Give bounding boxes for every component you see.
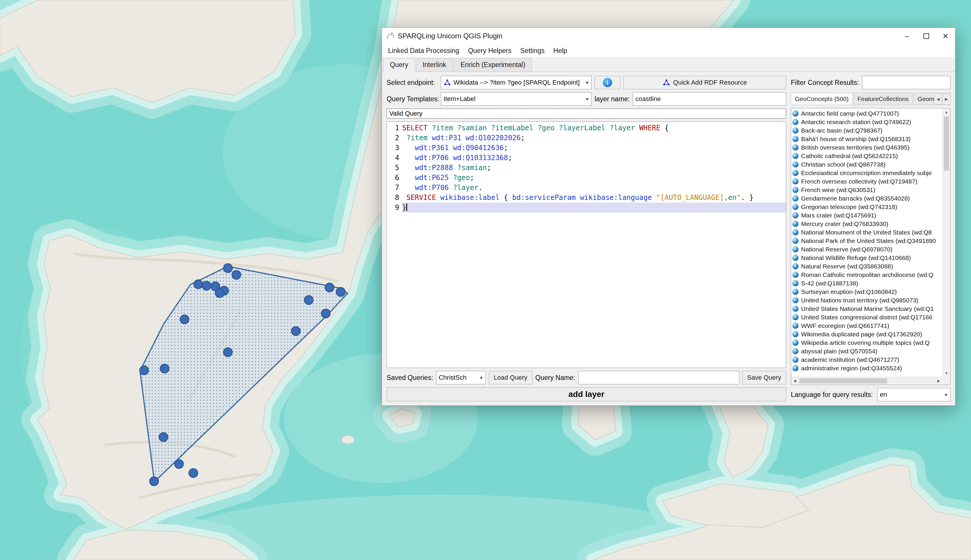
title-bar[interactable]: SPARQLing Unicorn QGIS Plugin – ✕ [382, 28, 955, 44]
concept-list-item[interactable]: Mercury crater (wd:Q76833930) [792, 220, 942, 228]
scroll-up-icon[interactable]: ▲ [943, 108, 950, 116]
concept-list-item[interactable]: Antarctic research station (wd:Q749622) [792, 118, 942, 126]
concept-label: National Reserve (wd:Q6978070) [801, 246, 892, 253]
map-marker[interactable] [140, 366, 149, 375]
concept-list-item[interactable]: Catholic cathedral (wd:Q56242215) [792, 152, 942, 160]
map-marker[interactable] [321, 309, 330, 318]
language-combobox[interactable]: en ▼ [877, 388, 951, 401]
concept-list-item[interactable]: British overseas territories (wd:Q46395) [792, 143, 942, 152]
map-marker[interactable] [232, 270, 241, 279]
concept-list-item[interactable]: National Monument of the United States (… [792, 228, 942, 237]
code-line[interactable]: SELECT ?item ?samian ?itemLabel ?geo ?la… [402, 123, 786, 133]
concept-tab-featurecollections[interactable]: FeatureCollections [853, 93, 913, 105]
map-marker[interactable] [291, 327, 300, 335]
concept-list-item[interactable]: United States congressional district (wd… [792, 313, 942, 322]
map-marker[interactable] [180, 315, 189, 324]
code-line[interactable]: } [402, 203, 786, 213]
map-marker[interactable] [336, 287, 345, 296]
close-button[interactable]: ✕ [936, 28, 955, 44]
concept-label: French wine (wd:Q630531) [801, 187, 875, 193]
endpoint-combobox[interactable]: Wikidata --> ?item ?geo [SPARQL Endpoint… [441, 76, 592, 89]
horizontal-scroll-thumb[interactable] [799, 378, 887, 383]
sparql-editor[interactable]: 123456789 SELECT ?item ?samian ?itemLabe… [387, 122, 786, 368]
saved-queries-combobox[interactable]: ChristSch ▼ [436, 371, 486, 384]
map-marker[interactable] [159, 433, 168, 442]
map-marker[interactable] [150, 477, 159, 486]
concept-list-item[interactable]: National Park of the United States (wd:Q… [792, 237, 942, 245]
concept-list-item[interactable]: Natural Reserve (wd:Q35863088) [792, 262, 942, 270]
concept-list-item[interactable]: Antarctic field camp (wd:Q4771007) [792, 109, 942, 118]
menu-item-settings[interactable]: Settings [516, 44, 549, 57]
concept-list-item[interactable]: French wine (wd:Q630531) [792, 186, 942, 194]
filter-concepts-input[interactable] [862, 76, 951, 89]
tab-query[interactable]: Query [383, 58, 415, 72]
code-line[interactable]: wdt:P706 ?layer. [402, 183, 786, 193]
load-query-button[interactable]: Load Query [489, 371, 533, 384]
concept-list-item[interactable]: Surtseyan eruption (wd:Q1060842) [792, 287, 942, 296]
concept-list-item[interactable]: National Wildlife Refuge (wd:Q1410668) [792, 253, 942, 262]
map-marker[interactable] [325, 283, 334, 292]
concept-list-item[interactable]: Wikimedia duplicated page (wd:Q17362920) [792, 330, 942, 338]
map-marker[interactable] [175, 460, 183, 468]
query-name-input[interactable] [578, 371, 739, 384]
code-line[interactable]: wdt:P625 ?geo; [402, 173, 786, 183]
map-marker[interactable] [304, 296, 313, 305]
endpoint-info-button[interactable]: i [595, 76, 620, 89]
concept-list-item[interactable]: French overseas collectivity (wd:Q719487… [792, 177, 942, 186]
code-line[interactable]: wdt:P361 wd:Q90412636; [402, 143, 786, 153]
code-area[interactable]: SELECT ?item ?samian ?itemLabel ?geo ?la… [402, 122, 786, 368]
concept-list-item[interactable]: S-42 (wd:Q1887138) [792, 279, 942, 287]
concept-list-item[interactable]: National Reserve (wd:Q6978070) [792, 245, 942, 253]
map-marker[interactable] [224, 264, 232, 273]
code-line[interactable]: wdt:P2888 ?samian; [402, 163, 786, 173]
concept-list-item[interactable]: Back-arc basin (wd:Q798367) [792, 126, 942, 135]
quick-add-rdf-button[interactable]: Quick Add RDF Resource [623, 76, 786, 89]
concept-list-item[interactable]: Gregorian telescope (wd:Q742318) [792, 203, 942, 211]
code-line[interactable]: SERVICE wikibase:label { bd:serviceParam… [402, 193, 786, 203]
tab-scroll-left-button[interactable]: ◀ [934, 93, 942, 105]
map-marker[interactable] [194, 280, 203, 288]
concept-list-item[interactable]: Mars crater (wd:Q1475691) [792, 211, 942, 220]
saved-query-value: ChristSch [439, 374, 466, 382]
add-layer-button[interactable]: add layer [387, 387, 786, 401]
vertical-scrollbar[interactable]: ▲ ▼ [942, 108, 950, 377]
minimize-button[interactable]: – [897, 28, 916, 44]
concept-list-item[interactable]: Wikipedia article covering multiple topi… [792, 338, 942, 347]
endpoint-value: Wikidata --> ?item ?geo [SPARQL Endpoint… [453, 79, 580, 87]
layer-name-input[interactable] [633, 92, 786, 106]
scroll-right-icon[interactable]: ▶ [935, 377, 942, 385]
concept-list-item[interactable]: Christian school (wd:Q867738) [792, 160, 942, 168]
map-marker[interactable] [202, 281, 211, 290]
scroll-down-icon[interactable]: ▼ [943, 370, 950, 377]
map-marker[interactable] [160, 364, 169, 373]
concept-tab-geoconcepts-500[interactable]: GeoConcepts (500) [791, 93, 853, 105]
menu-item-help[interactable]: Help [549, 44, 572, 57]
island-ibiza [341, 436, 354, 444]
tab-enrich-experimental[interactable]: Enrich (Experimental) [454, 58, 532, 72]
map-marker[interactable] [224, 348, 232, 357]
concept-list-item[interactable]: abyssal plain (wd:Q570554) [792, 347, 942, 355]
query-templates-combobox[interactable]: Item+Label ▼ [441, 92, 592, 106]
code-line[interactable]: ?item wdt:P31 wd:Q102202026; [402, 133, 786, 143]
concept-list-item[interactable]: Bahá'í house of worship (wd:Q1568313) [792, 135, 942, 143]
tab-scroll-right-button[interactable]: ▶ [942, 93, 951, 105]
horizontal-scrollbar[interactable]: ◀ ▶ [791, 377, 942, 385]
map-marker[interactable] [189, 469, 198, 477]
concept-list-item[interactable]: administrative region (wd:Q3455524) [792, 364, 942, 372]
concept-list-item[interactable]: United Nations trust territory (wd:Q9850… [792, 296, 942, 305]
concept-list-item[interactable]: Roman Catholic metropolitan archdiocese … [792, 270, 942, 279]
vertical-scroll-thumb[interactable] [944, 117, 949, 171]
concept-list-item[interactable]: United States National Marine Sanctuary … [792, 305, 942, 313]
menu-item-query-helpers[interactable]: Query Helpers [464, 44, 516, 57]
concept-list-item[interactable]: WWF ecoregion (wd:Q6617741) [792, 322, 942, 330]
map-marker[interactable] [215, 288, 224, 297]
concept-list-item[interactable]: Gendarmerie barracks (wd:Q83554028) [792, 194, 942, 203]
save-query-button[interactable]: Save Query [742, 371, 786, 384]
concept-list-item[interactable]: academic institution (wd:Q4671277) [792, 355, 942, 364]
concept-list-item[interactable]: Ecclesiastical circumscription immediate… [792, 168, 942, 177]
tab-interlink[interactable]: Interlink [416, 58, 453, 72]
maximize-button[interactable] [916, 28, 936, 44]
scroll-left-icon[interactable]: ◀ [791, 377, 799, 385]
code-line[interactable]: wdt:P706 wd:Q103132368; [402, 153, 786, 163]
menu-item-linked-data-processing[interactable]: Linked Data Processing [384, 44, 464, 57]
